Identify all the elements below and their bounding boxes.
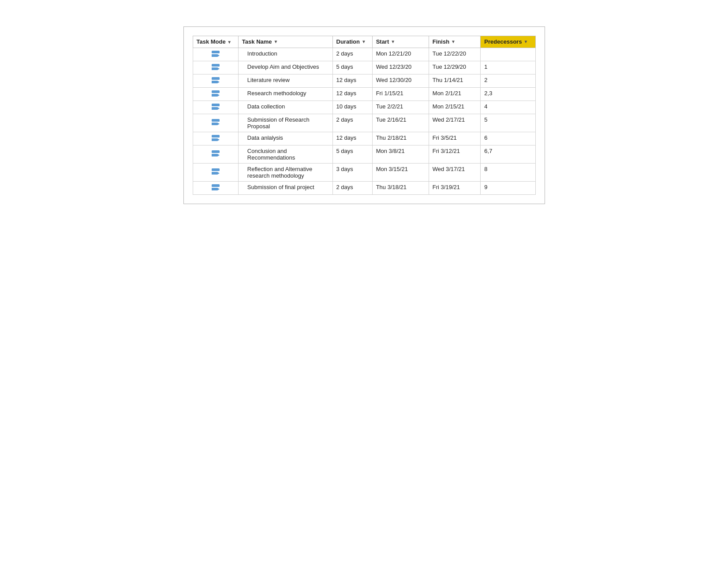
- header-duration-label: Duration: [336, 38, 360, 45]
- start-cell: Thu 3/18/21: [372, 181, 429, 194]
- start-cell: Mon 3/15/21: [372, 163, 429, 181]
- finish-cell: Wed 2/17/21: [429, 114, 481, 132]
- task-name-cell: Data anlalysis: [238, 132, 332, 145]
- svg-marker-19: [212, 188, 220, 190]
- task-name-cell: Submission of Research Proposal: [238, 114, 332, 132]
- task-mode-cell: [193, 145, 238, 163]
- header-start[interactable]: Start ▼: [372, 36, 429, 48]
- finish-cell: Mon 2/1/21: [429, 87, 481, 100]
- finish-cell: Fri 3/12/21: [429, 145, 481, 163]
- header-predecessors[interactable]: Predecessors ▼: [481, 36, 535, 48]
- predecessors-cell: 6: [481, 132, 535, 145]
- task-mode-icon: [211, 50, 220, 57]
- project-table: Task Mode ▼ Task Name ▼ Duration ▼: [193, 36, 536, 195]
- start-cell: Fri 1/15/21: [372, 87, 429, 100]
- svg-marker-9: [212, 107, 220, 110]
- duration-cell: 2 days: [332, 48, 372, 61]
- svg-rect-16: [212, 168, 220, 171]
- header-task-mode[interactable]: Task Mode ▼: [193, 36, 238, 48]
- predecessors-cell: 2,3: [481, 87, 535, 100]
- table-row: Data anlalysis12 daysThu 2/18/21Fri 3/5/…: [193, 132, 535, 145]
- task-mode-icon: [211, 119, 220, 126]
- task-mode-cell: [193, 163, 238, 181]
- start-cell: Tue 2/16/21: [372, 114, 429, 132]
- table-row: Data collection10 daysTue 2/2/21Mon 2/15…: [193, 100, 535, 114]
- header-task-mode-arrow: ▼: [227, 40, 231, 45]
- table-row: Conclusion and Recommendations5 daysMon …: [193, 145, 535, 163]
- svg-marker-17: [212, 172, 220, 175]
- table-row: Literature review12 daysWed 12/30/20Thu …: [193, 74, 535, 87]
- main-container: Task Mode ▼ Task Name ▼ Duration ▼: [183, 26, 545, 204]
- finish-cell: Tue 12/29/20: [429, 61, 481, 74]
- table-row: Reflection and Alternative research meth…: [193, 163, 535, 181]
- header-start-arrow: ▼: [391, 39, 395, 44]
- task-mode-cell: [193, 132, 238, 145]
- task-mode-icon: [211, 150, 220, 157]
- duration-cell: 10 days: [332, 100, 372, 114]
- svg-rect-14: [212, 150, 220, 153]
- header-duration[interactable]: Duration ▼: [332, 36, 372, 48]
- predecessors-cell: 8: [481, 163, 535, 181]
- start-cell: Wed 12/30/20: [372, 74, 429, 87]
- task-name-cell: Data collection: [238, 100, 332, 114]
- svg-rect-4: [212, 77, 220, 80]
- header-task-name[interactable]: Task Name ▼: [238, 36, 332, 48]
- predecessors-cell: 9: [481, 181, 535, 194]
- task-mode-cell: [193, 181, 238, 194]
- predecessors-cell: 6,7: [481, 145, 535, 163]
- task-mode-icon: [211, 168, 220, 175]
- svg-marker-15: [212, 154, 220, 156]
- table-row: Introduction2 daysMon 12/21/20Tue 12/22/…: [193, 48, 535, 61]
- finish-cell: Thu 1/14/21: [429, 74, 481, 87]
- predecessors-cell: [481, 48, 535, 61]
- task-mode-cell: [193, 74, 238, 87]
- task-mode-icon: [211, 103, 220, 110]
- finish-cell: Mon 2/15/21: [429, 100, 481, 114]
- duration-cell: 5 days: [332, 61, 372, 74]
- finish-cell: Wed 3/17/21: [429, 163, 481, 181]
- header-start-label: Start: [376, 38, 389, 45]
- svg-marker-11: [212, 123, 220, 125]
- svg-rect-6: [212, 90, 220, 93]
- task-mode-icon: [211, 184, 220, 191]
- duration-cell: 3 days: [332, 163, 372, 181]
- predecessors-cell: 2: [481, 74, 535, 87]
- predecessors-cell: 5: [481, 114, 535, 132]
- duration-cell: 2 days: [332, 114, 372, 132]
- svg-rect-18: [212, 184, 220, 187]
- task-mode-icon: [211, 63, 220, 71]
- header-duration-arrow: ▼: [362, 39, 366, 44]
- task-mode-cell: [193, 100, 238, 114]
- svg-marker-7: [212, 94, 220, 97]
- finish-cell: Fri 3/19/21: [429, 181, 481, 194]
- start-cell: Thu 2/18/21: [372, 132, 429, 145]
- svg-rect-12: [212, 135, 220, 138]
- header-task-name-arrow: ▼: [274, 39, 278, 44]
- task-name-cell: Research methodology: [238, 87, 332, 100]
- task-mode-cell: [193, 114, 238, 132]
- finish-cell: Tue 12/22/20: [429, 48, 481, 61]
- table-row: Submission of final project2 daysThu 3/1…: [193, 181, 535, 194]
- header-finish-arrow: ▼: [451, 39, 455, 44]
- task-mode-icon: [211, 77, 220, 84]
- start-cell: Wed 12/23/20: [372, 61, 429, 74]
- svg-marker-5: [212, 81, 220, 83]
- start-cell: Mon 12/21/20: [372, 48, 429, 61]
- header-predecessors-label: Predecessors: [484, 38, 522, 45]
- duration-cell: 2 days: [332, 181, 372, 194]
- task-name-cell: Reflection and Alternative research meth…: [238, 163, 332, 181]
- header-task-name-label: Task Name: [242, 38, 272, 45]
- table-row: Research methodology12 daysFri 1/15/21Mo…: [193, 87, 535, 100]
- task-mode-cell: [193, 48, 238, 61]
- duration-cell: 12 days: [332, 132, 372, 145]
- header-task-mode-label: Task Mode: [197, 38, 226, 45]
- task-name-cell: Conclusion and Recommendations: [238, 145, 332, 163]
- predecessors-cell: 1: [481, 61, 535, 74]
- table-row: Develop Aim and Objectives5 daysWed 12/2…: [193, 61, 535, 74]
- svg-rect-8: [212, 104, 220, 106]
- duration-cell: 12 days: [332, 74, 372, 87]
- header-finish[interactable]: Finish ▼: [429, 36, 481, 48]
- predecessors-cell: 4: [481, 100, 535, 114]
- task-name-cell: Submission of final project: [238, 181, 332, 194]
- start-cell: Tue 2/2/21: [372, 100, 429, 114]
